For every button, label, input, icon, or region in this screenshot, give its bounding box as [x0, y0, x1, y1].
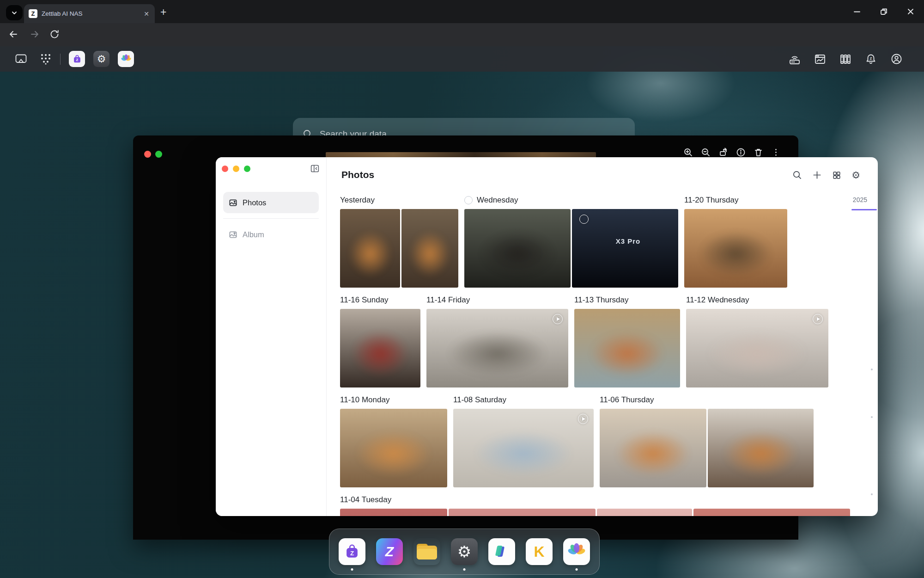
dock-k-app-icon[interactable]: K: [526, 538, 553, 565]
storage-icon[interactable]: [839, 53, 851, 65]
svg-text:Z: Z: [870, 56, 872, 60]
photo-tile[interactable]: [464, 209, 571, 288]
date-label: 11-16 Sunday: [340, 295, 389, 305]
day-select-circle[interactable]: [464, 196, 473, 204]
screen-mirror-icon[interactable]: [15, 53, 27, 65]
dock-app-store-icon[interactable]: Z: [339, 538, 365, 565]
traffic-light-red[interactable]: [222, 166, 228, 172]
system-monitor-icon[interactable]: [814, 53, 826, 65]
date-label-row: 11-12 Wednesday: [686, 295, 828, 305]
forward-button[interactable]: [30, 29, 40, 39]
sidebar-item-album[interactable]: Album: [223, 224, 319, 245]
restore-button[interactable]: [870, 0, 897, 23]
photos-button[interactable]: [118, 51, 134, 67]
date-label: 11-12 Wednesday: [686, 295, 749, 305]
timeline-year[interactable]: 2025: [853, 196, 867, 203]
photo-tile[interactable]: [708, 409, 814, 487]
traffic-light-green[interactable]: [244, 166, 250, 172]
photo-subject: [616, 431, 691, 477]
photo-subject: [352, 331, 408, 377]
date-label: 11-04 Tuesday: [340, 495, 391, 504]
photo-tile[interactable]: [340, 409, 447, 487]
collapse-sidebar-icon[interactable]: [310, 164, 320, 173]
timeline-dot: [871, 369, 873, 370]
dock-zettlab-icon[interactable]: Z: [376, 538, 403, 565]
zoom-out-icon[interactable]: [701, 148, 711, 157]
tile-strip: [684, 209, 787, 288]
tab-close-icon[interactable]: ✕: [143, 10, 150, 18]
new-tab-button[interactable]: +: [160, 6, 166, 18]
date-label: 11-20 Thursday: [684, 196, 739, 205]
photo-tile[interactable]: [340, 509, 447, 516]
dock-office-icon[interactable]: [488, 538, 515, 565]
account-icon[interactable]: [890, 53, 903, 65]
settings-button[interactable]: ⚙: [93, 51, 109, 67]
dock-settings-icon[interactable]: ⚙: [451, 538, 478, 565]
photo-select-circle[interactable]: [579, 215, 589, 224]
running-indicator: [463, 568, 466, 571]
photo-tile[interactable]: [340, 209, 400, 288]
tile-strip: [340, 509, 850, 516]
photo-tile[interactable]: [401, 209, 458, 288]
video-tile[interactable]: [686, 309, 828, 387]
photo-tile[interactable]: [600, 409, 706, 487]
dock: Z Z ⚙: [329, 529, 600, 575]
photo-subject: [410, 231, 450, 277]
timeline-dot: [871, 416, 873, 418]
photos-settings-icon[interactable]: ⚙: [851, 170, 860, 180]
sidebar-item-label: Photos: [243, 198, 266, 207]
minimize-button[interactable]: [844, 0, 870, 23]
date-group: 11-20 Thursday: [684, 195, 787, 288]
sidebar-item-photos[interactable]: Photos: [223, 192, 319, 213]
reload-button[interactable]: [49, 29, 60, 39]
add-icon[interactable]: [812, 170, 822, 180]
viewer-close-light[interactable]: [144, 151, 151, 158]
gear-icon: ⚙: [97, 54, 106, 64]
photo-tile[interactable]: [574, 309, 680, 387]
photo-tile[interactable]: [597, 509, 692, 516]
tile-strip: [600, 409, 814, 487]
photo-tile[interactable]: [340, 309, 420, 387]
layout-grid-icon[interactable]: [832, 171, 841, 180]
date-label-row: 11-16 Sunday: [340, 295, 420, 305]
photo-tile[interactable]: [693, 509, 850, 516]
tile-strip: [340, 209, 458, 288]
browser-tab[interactable]: Z Zettlab AI NAS ✕: [24, 4, 155, 23]
date-label: 11-06 Thursday: [600, 395, 654, 405]
notification-bell-icon[interactable]: Z: [865, 53, 877, 65]
photo-tile[interactable]: [684, 209, 787, 288]
dock-files-icon[interactable]: [413, 538, 440, 565]
delete-icon[interactable]: [754, 148, 763, 157]
sidebar-item-label: Album: [243, 230, 264, 239]
sidebar-divider: [223, 218, 319, 219]
viewer-zoom-light[interactable]: [155, 151, 162, 158]
close-button[interactable]: [897, 0, 924, 23]
dock-photos-icon[interactable]: [563, 538, 590, 565]
info-icon[interactable]: [736, 148, 746, 157]
photo-row: 11-04 Tuesday: [340, 495, 869, 516]
app-launcher-icon[interactable]: [40, 53, 52, 65]
traffic-light-yellow[interactable]: [233, 166, 239, 172]
back-button[interactable]: [8, 29, 18, 39]
router-icon[interactable]: [789, 53, 801, 65]
search-photos-icon[interactable]: [792, 170, 802, 180]
video-tile[interactable]: [426, 309, 568, 387]
photos-sidebar: Photos Album: [216, 157, 327, 516]
photo-subject: [723, 431, 797, 477]
photo-tile[interactable]: X3 Pro: [572, 209, 678, 288]
date-group: 11-10 Monday: [340, 395, 447, 487]
tile-strip: X3 Pro: [464, 209, 678, 288]
date-label-row: 11-08 Saturday: [453, 395, 594, 405]
photo-subject: [349, 231, 391, 277]
timeline-dot: [871, 493, 873, 495]
tab-search-button[interactable]: [6, 5, 23, 20]
screen: Z Zettlab AI NAS ✕ +: [0, 0, 924, 578]
app-store-button[interactable]: Z: [69, 51, 85, 67]
photo-row: 11-10 Monday11-08 Saturday11-06 Thursday: [340, 395, 869, 487]
photo-tile[interactable]: [449, 509, 596, 516]
more-icon[interactable]: [771, 148, 781, 157]
zoom-in-icon[interactable]: [683, 148, 693, 157]
running-indicator: [576, 568, 578, 571]
share-icon[interactable]: [718, 148, 728, 157]
video-tile[interactable]: [453, 409, 594, 487]
